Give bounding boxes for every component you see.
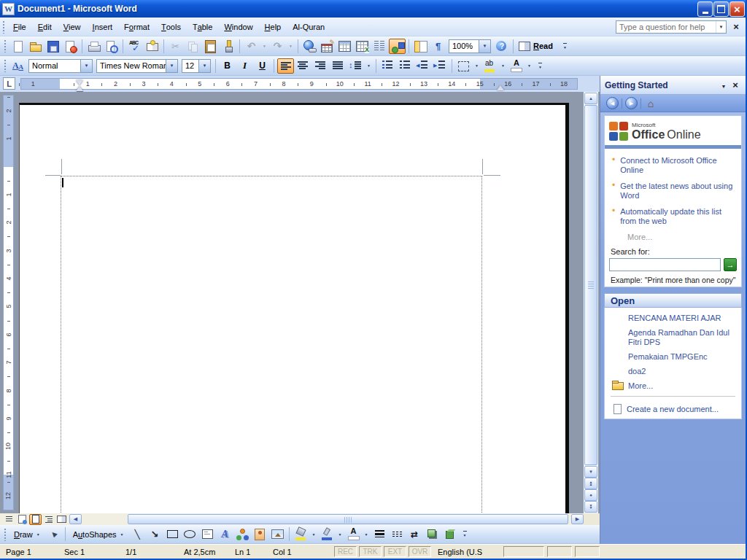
menu-insert[interactable]: Insert — [87, 19, 119, 35]
menu-help[interactable]: Help — [259, 19, 287, 35]
arrow-style-button[interactable] — [406, 526, 423, 542]
tables-and-borders-button[interactable] — [319, 39, 336, 54]
open-button[interactable] — [27, 39, 44, 54]
highlight-button[interactable] — [481, 58, 498, 74]
underline-button[interactable]: U — [254, 58, 271, 74]
web-layout-view-button[interactable] — [16, 514, 28, 525]
bold-button[interactable]: B — [219, 58, 236, 74]
drawing-button[interactable] — [389, 39, 406, 54]
insert-picture-button[interactable] — [269, 526, 286, 542]
toolbar-options-button[interactable] — [560, 39, 570, 54]
help-button[interactable] — [493, 39, 510, 54]
undo-dropdown[interactable] — [260, 39, 268, 54]
print-preview-button[interactable] — [103, 39, 120, 54]
clip-art-button[interactable] — [252, 526, 268, 542]
center-button[interactable] — [295, 58, 311, 74]
font-color-dropdown[interactable] — [525, 58, 533, 74]
font-color-button[interactable] — [508, 58, 525, 74]
menu-al-quran[interactable]: Al-Quran — [287, 19, 330, 35]
search-go-button[interactable] — [724, 258, 737, 271]
insert-table-button[interactable] — [336, 39, 353, 54]
permission-button[interactable] — [62, 39, 79, 54]
other-task-panes-button[interactable] — [718, 81, 729, 90]
line-color-dropdown[interactable] — [336, 526, 344, 542]
autoshapes-menu-button[interactable]: AutoShapes — [69, 526, 128, 542]
line-style-button[interactable] — [371, 526, 388, 542]
align-right-button[interactable] — [312, 58, 329, 74]
decrease-indent-button[interactable] — [414, 58, 431, 74]
insert-excel-worksheet-button[interactable] — [354, 39, 371, 54]
new-document-button[interactable] — [9, 39, 26, 54]
create-document-link[interactable]: Create a new document... — [608, 404, 738, 414]
reading-layout-button[interactable] — [55, 514, 68, 525]
align-left-button[interactable] — [277, 58, 294, 74]
taskpane-link[interactable]: Get the latest news about using Word — [612, 182, 738, 201]
highlight-dropdown[interactable] — [499, 58, 507, 74]
numbering-button[interactable] — [379, 58, 396, 74]
restore-button[interactable] — [713, 1, 729, 17]
format-painter-button[interactable] — [220, 39, 236, 54]
toolbar-options-button[interactable] — [460, 526, 470, 542]
toolbar-grip[interactable] — [4, 59, 7, 72]
oval-button[interactable] — [182, 526, 198, 542]
redo-button[interactable] — [269, 39, 286, 54]
wordart-button[interactable] — [217, 526, 233, 542]
rectangle-button[interactable] — [164, 526, 181, 542]
fill-color-dropdown[interactable] — [310, 526, 318, 542]
print-layout-view-button[interactable] — [29, 514, 42, 525]
line-spacing-dropdown[interactable] — [365, 58, 373, 74]
redo-dropdown[interactable] — [287, 39, 295, 54]
vertical-scroll-track[interactable] — [584, 104, 597, 466]
draw-menu-button[interactable]: Draw — [9, 526, 44, 542]
back-button[interactable] — [606, 97, 619, 109]
style-combobox[interactable]: Normal — [28, 59, 93, 73]
toolbar-grip[interactable] — [2, 20, 5, 34]
print-button[interactable] — [85, 39, 102, 54]
help-question-box[interactable]: Type a question for help — [616, 20, 727, 34]
columns-button[interactable] — [371, 39, 388, 54]
close-taskpane-button[interactable] — [729, 79, 741, 90]
scroll-right-button[interactable]: ▶ — [571, 514, 584, 524]
line-color-button[interactable] — [319, 526, 336, 542]
home-button[interactable] — [644, 97, 657, 109]
minimize-button[interactable] — [697, 1, 713, 17]
fill-color-button[interactable] — [293, 526, 309, 542]
dash-style-button[interactable] — [389, 526, 406, 542]
menubar-close-icon[interactable] — [729, 20, 743, 34]
toolbar-options-button[interactable] — [535, 58, 545, 74]
menu-format[interactable]: Format — [118, 19, 155, 35]
insert-hyperlink-button[interactable] — [301, 39, 318, 54]
select-objects-button[interactable] — [45, 526, 62, 542]
toolbar-grip[interactable] — [4, 528, 7, 541]
save-button[interactable] — [44, 39, 61, 54]
spelling-grammar-button[interactable] — [126, 39, 143, 54]
paste-button[interactable] — [202, 39, 219, 54]
shadow-style-button[interactable] — [424, 526, 441, 542]
font-color-button[interactable] — [345, 526, 362, 542]
line-spacing-button[interactable] — [347, 58, 364, 74]
recent-file-link[interactable]: doa2 — [608, 367, 738, 376]
scroll-left-button[interactable]: ◀ — [69, 514, 82, 524]
first-line-indent-marker[interactable] — [76, 80, 83, 85]
menu-window[interactable]: Window — [218, 19, 258, 35]
document-page[interactable] — [19, 103, 569, 513]
more-link[interactable]: More... — [627, 233, 741, 241]
next-page-button[interactable]: ▼ ▼ — [584, 501, 597, 513]
toolbar-grip[interactable] — [4, 39, 7, 52]
menu-table[interactable]: Table — [187, 19, 219, 35]
taskpane-link[interactable]: Automatically update this list from the … — [612, 207, 738, 226]
font-combobox[interactable]: Times New Roman — [96, 59, 178, 73]
arrow-button[interactable] — [147, 526, 163, 542]
select-browse-object-button[interactable]: ● — [584, 489, 597, 501]
open-more-link[interactable]: More... — [608, 381, 738, 390]
menu-edit[interactable]: Edit — [32, 19, 58, 35]
chevron-down-icon[interactable] — [716, 21, 726, 33]
increase-indent-button[interactable] — [432, 58, 449, 74]
recent-file-link[interactable]: RENCANA MATERI AJAR — [608, 314, 738, 323]
scroll-down-button[interactable]: ▼ — [584, 466, 597, 478]
copy-button[interactable] — [185, 39, 201, 54]
close-button[interactable] — [729, 1, 745, 17]
outline-view-button[interactable] — [42, 514, 55, 525]
styles-and-formatting-button[interactable] — [9, 58, 26, 74]
menu-tools[interactable]: Tools — [155, 19, 187, 35]
